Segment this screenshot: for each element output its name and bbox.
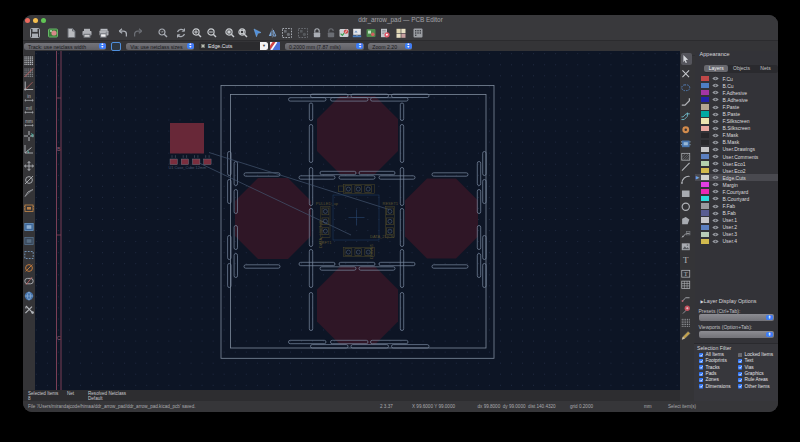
svg-text:T: T: [683, 255, 689, 264]
svg-text:C: C: [57, 335, 61, 341]
svg-text:DOWN5: DOWN5: [369, 243, 374, 259]
svg-text:RESET1: RESET1: [383, 201, 399, 206]
svg-text:DATA_13(CN4): DATA_13(CN4): [318, 220, 323, 248]
svg-text:mil: mil: [26, 106, 32, 111]
svg-text:in: in: [27, 94, 31, 99]
svg-text:mm: mm: [25, 118, 33, 123]
svg-text:DATA_21(CN: DATA_21(CN: [370, 234, 394, 239]
svg-text:U1 Case_Cube 12mm: U1 Case_Cube 12mm: [169, 166, 207, 170]
svg-text:T: T: [684, 270, 688, 277]
svg-text:PULLED_up: PULLED_up: [316, 201, 339, 206]
